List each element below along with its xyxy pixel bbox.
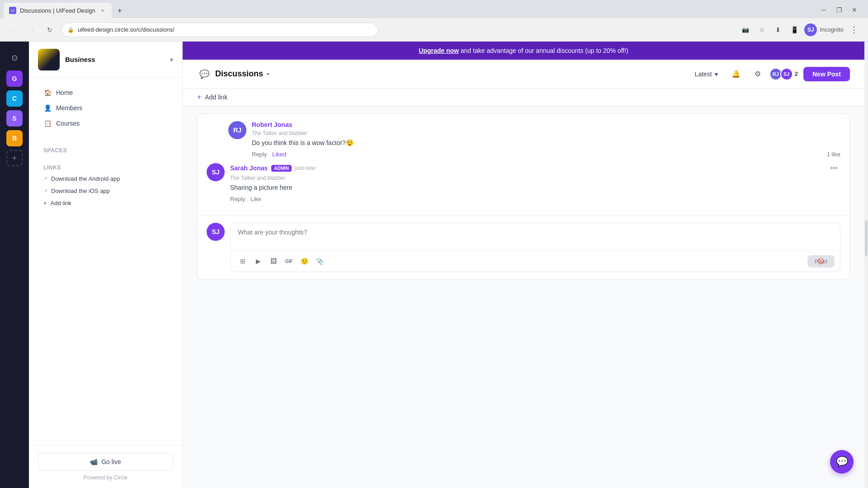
thread-content-rj: Robert Jonas The Talker and blabber Do y…	[252, 121, 840, 158]
more-options-btn[interactable]: •••	[827, 163, 840, 173]
member-count: 2	[795, 70, 798, 77]
home-icon-sidebar[interactable]: ⊙	[5, 49, 24, 67]
camera-icon[interactable]: 📷	[739, 23, 752, 36]
nav-members-label: Members	[56, 104, 82, 112]
link-ios[interactable]: ↗ Download the iOS app	[38, 185, 173, 197]
comment-card: RJ Robert Jonas The Talker and blabber D…	[197, 113, 850, 280]
post-subtitle-rj: The Talker and blabber	[252, 130, 840, 136]
community-chevron-icon[interactable]: ▾	[170, 56, 173, 63]
links-label: Links	[38, 159, 173, 173]
tab-close-btn[interactable]: ×	[99, 7, 106, 14]
composer-box: ⊞ ▶ 🖼 GIF 🙂 📎 Post 🚫	[230, 223, 840, 272]
scroll-thumb[interactable]	[865, 220, 868, 256]
space-b[interactable]: B	[6, 130, 23, 146]
forward-btn[interactable]: →	[25, 23, 38, 36]
add-link-bar[interactable]: + Add link	[183, 89, 864, 106]
reply-btn-rj[interactable]: Reply	[252, 151, 267, 158]
emoji-icon[interactable]: 🙂	[297, 254, 311, 268]
post-subtitle-sj: The Talker and blabber	[230, 175, 840, 181]
author-sarah-jonas[interactable]: Sarah Jonas	[230, 164, 268, 172]
discussions-title-area: 💬 Discussions ▾	[197, 67, 269, 81]
nav-item-home[interactable]: 🏠 Home	[38, 85, 173, 100]
feed-area[interactable]: RJ Robert Jonas The Talker and blabber D…	[183, 106, 864, 488]
sort-label: Latest	[695, 70, 712, 78]
spaces-label: Spaces	[38, 142, 173, 155]
comment-thread: RJ Robert Jonas The Talker and blabber D…	[198, 114, 849, 215]
lock-icon: 🔒	[67, 27, 74, 33]
main-content: Upgrade now and take advantage of our an…	[183, 42, 864, 488]
window-restore[interactable]: ❐	[833, 4, 845, 16]
settings-btn[interactable]: ⚙	[750, 66, 766, 82]
upgrade-banner-text: and take advantage of our annual discoun…	[459, 47, 628, 54]
download-icon[interactable]: ⬇	[772, 23, 784, 36]
member-avatar-sj[interactable]: SJ	[780, 68, 793, 80]
space-s[interactable]: S	[6, 110, 23, 127]
image-icon[interactable]: 🖼	[267, 254, 280, 268]
nav-item-courses[interactable]: 📋 Courses	[38, 116, 173, 131]
incognito-label: SJ Incognito	[804, 23, 844, 36]
new-post-btn[interactable]: New Post	[803, 67, 850, 81]
discussions-title: Discussions	[215, 69, 263, 79]
avatar-sarah-jonas: SJ	[207, 163, 225, 181]
notifications-btn[interactable]: 🔔	[728, 66, 744, 82]
attach-icon[interactable]: 📎	[313, 254, 326, 268]
composer-avatar: SJ	[207, 223, 225, 241]
header-actions: Latest ▾ 🔔 ⚙ RJ SJ 2 New Post	[690, 66, 850, 82]
format-icon[interactable]: ⊞	[236, 254, 250, 268]
browser-menu-btn[interactable]: ⋮	[847, 23, 861, 37]
video-icon[interactable]: ▶	[251, 254, 265, 268]
upgrade-banner: Upgrade now and take advantage of our an…	[183, 42, 864, 60]
add-link-plus-icon: +	[197, 93, 201, 101]
device-icon[interactable]: 📱	[788, 23, 801, 36]
address-bar: ← → ↻ 🔒 uifeed-design.circle.so/c/discus…	[0, 18, 868, 42]
nav-item-members[interactable]: 👤 Members	[38, 100, 173, 116]
post-btn-overlay: 🚫	[807, 255, 835, 267]
link-android[interactable]: ↗ Download the Android app	[38, 173, 173, 185]
go-live-btn[interactable]: 📹 Go live	[38, 453, 173, 471]
like-btn-sj[interactable]: Like	[250, 196, 261, 202]
tab-favicon: UI	[9, 7, 16, 14]
scroll-track[interactable]	[864, 42, 868, 488]
add-link-sidebar[interactable]: + Add link	[38, 197, 173, 209]
author-robert-jonas[interactable]: Robert Jonas	[252, 121, 292, 128]
composer-input[interactable]	[231, 223, 840, 249]
member-avatars: RJ SJ 2	[771, 68, 798, 80]
composer-toolbar: ⊞ ▶ 🖼 GIF 🙂 📎 Post 🚫	[231, 250, 840, 272]
community-name: Business	[65, 56, 95, 63]
add-space-btn[interactable]: +	[6, 150, 23, 166]
user-avatar-small: SJ	[804, 23, 817, 36]
liked-btn-rj[interactable]: Liked	[272, 151, 286, 158]
nav-sidebar: Business ▾ 🏠 Home 👤 Members 📋 Courses	[29, 42, 183, 488]
discussions-chevron-icon[interactable]: ▾	[267, 71, 269, 77]
link-arrow-ios: ↗	[43, 188, 47, 194]
reply-btn-sj[interactable]: Reply	[230, 196, 245, 202]
tab-title: Discussions | UIFeed Design	[20, 7, 95, 14]
nav-home-label: Home	[56, 89, 73, 96]
sort-btn[interactable]: Latest ▾	[690, 68, 722, 80]
camera-live-icon: 📹	[90, 458, 98, 465]
bookmark-icon[interactable]: ☆	[755, 23, 768, 36]
post-btn[interactable]: Post 🚫	[807, 255, 835, 267]
thread-item-rj: RJ Robert Jonas The Talker and blabber D…	[228, 121, 840, 158]
space-g[interactable]: G	[6, 70, 23, 87]
url-text: uifeed-design.circle.so/c/discussions/	[78, 26, 175, 33]
reload-btn[interactable]: ↻	[43, 23, 56, 36]
new-tab-btn[interactable]: +	[113, 5, 126, 17]
space-c[interactable]: C	[6, 90, 23, 107]
avatar-robert-jonas: RJ	[228, 121, 246, 139]
sort-chevron-icon: ▾	[715, 70, 718, 78]
upgrade-link[interactable]: Upgrade now	[419, 47, 459, 54]
window-minimize[interactable]: ─	[817, 4, 830, 16]
courses-icon: 📋	[43, 119, 52, 127]
nav-links: 🏠 Home 👤 Members 📋 Courses	[29, 78, 182, 138]
gif-icon[interactable]: GIF	[282, 254, 296, 268]
url-bar[interactable]: 🔒 uifeed-design.circle.so/c/discussions/	[61, 23, 378, 37]
admin-badge: ADMIN	[271, 165, 292, 172]
back-btn[interactable]: ←	[7, 23, 20, 36]
active-tab[interactable]: UI Discussions | UIFeed Design ×	[4, 3, 112, 18]
float-chat-btn[interactable]: 💬	[830, 450, 854, 474]
browser-window: UI Discussions | UIFeed Design × + ─ ❐ ✕…	[0, 0, 868, 488]
powered-by-text: Powered by Circle	[38, 474, 173, 481]
link-arrow-android: ↗	[43, 176, 47, 182]
window-close[interactable]: ✕	[848, 4, 861, 16]
